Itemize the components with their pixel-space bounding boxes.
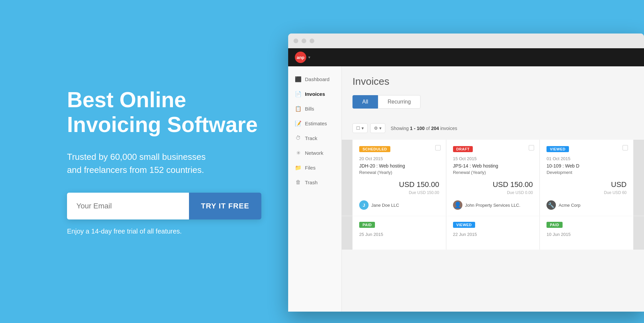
- app-body: ⬛ Dashboard 📄 Invoices 📋 Bills 📝 Estimat…: [288, 66, 644, 312]
- track-icon: ⏱: [295, 135, 302, 141]
- sidebar-label-bills: Bills: [305, 106, 314, 112]
- app-window: anp ▾ ⬛ Dashboard 📄 Invoices 📋 Bills: [288, 34, 644, 312]
- invoice-card-4[interactable]: PAID 25 Jun 2015: [352, 216, 446, 250]
- invoice-desc-3: Development: [546, 170, 627, 175]
- files-icon: 📁: [295, 164, 302, 171]
- gear-chevron-icon: ▾: [379, 126, 382, 131]
- showing-count: 204: [431, 126, 439, 131]
- toolbar: ☐ ▾ ⚙ ▾ Showing 1 - 100 of 204 invoices: [342, 123, 644, 133]
- sidebar-item-estimates[interactable]: 📝 Estimates: [288, 116, 341, 131]
- sidebar-item-trash[interactable]: 🗑 Trash: [288, 175, 341, 190]
- hero-title: Best OnlineInvoicing Software: [67, 88, 288, 137]
- dashboard-icon: ⬛: [295, 76, 302, 82]
- sidebar-item-network[interactable]: ✳ Network: [288, 145, 341, 160]
- invoice-card-3[interactable]: VIEWED 01 Oct 2015 10-109 : Web D Develo…: [540, 140, 633, 216]
- invoice-date-4: 25 Jun 2015: [359, 232, 439, 237]
- invoice-ref-3: 10-109 : Web D: [546, 163, 627, 169]
- sidebar-label-track: Track: [305, 135, 317, 141]
- checkbox-dropdown[interactable]: ☐ ▾: [352, 123, 368, 133]
- app-logo[interactable]: anp: [295, 52, 306, 63]
- trash-icon: 🗑: [295, 179, 302, 186]
- sidebar-label-files: Files: [305, 165, 316, 171]
- status-badge-5: VIEWED: [453, 222, 475, 228]
- invoice-ref-2: JPS-14 : Web hosting: [453, 163, 533, 169]
- invoice-date-2: 15 Oct 2015: [453, 156, 533, 161]
- status-badge-4: PAID: [359, 222, 375, 228]
- showing-range: 1 - 100: [410, 126, 425, 131]
- invoice-amount-3: USD: [546, 180, 627, 189]
- sidebar-label-invoices: Invoices: [305, 91, 325, 97]
- bills-icon: 📋: [295, 105, 302, 112]
- invoice-grid-row1: SCHEDULED 20 Oct 2015 JDH-20 : Web hosti…: [342, 140, 644, 216]
- sidebar-label-network: Network: [305, 150, 323, 156]
- dropdown-arrow-icon[interactable]: ▾: [308, 55, 310, 60]
- invoice-client-2: 👤 John Property Services LLC.: [453, 200, 533, 210]
- invoice-client-1: J Jane Doe LLC: [359, 200, 439, 210]
- email-input[interactable]: [67, 193, 189, 219]
- invoice-card-6[interactable]: PAID 10 Jun 2015: [540, 216, 633, 250]
- sidebar-item-files[interactable]: 📁 Files: [288, 160, 341, 175]
- tab-recurring[interactable]: Recurring: [378, 95, 421, 109]
- filter-tabs: All Recurring: [352, 95, 633, 109]
- status-badge-2: DRAFT: [453, 146, 473, 152]
- client-name-3: Acme Corp: [559, 203, 580, 208]
- page-title: Invoices: [352, 76, 633, 87]
- client-avatar-2: 👤: [453, 200, 462, 210]
- invoice-grid-row2: PAID 25 Jun 2015 VIEWED 22 Jun 2015 PAID…: [342, 216, 644, 250]
- invoice-date-3: 01 Oct 2015: [546, 156, 627, 161]
- try-free-button[interactable]: TRY IT FREE: [189, 193, 261, 219]
- invoice-due-1: Due USD 150.00: [359, 190, 439, 195]
- client-avatar-1: J: [359, 200, 369, 210]
- invoice-client-3: 🔧 Acme Corp: [546, 200, 627, 210]
- client-name-2: John Property Services LLC.: [465, 203, 520, 208]
- showing-info: Showing 1 - 100 of 204 invoices: [391, 126, 457, 131]
- estimates-icon: 📝: [295, 120, 302, 127]
- network-icon: ✳: [295, 149, 302, 156]
- sidebar-item-dashboard[interactable]: ⬛ Dashboard: [288, 72, 341, 86]
- trial-note: Enjoy a 14-day free trial of all feature…: [67, 228, 288, 235]
- window-dot-red: [294, 39, 298, 43]
- sidebar: ⬛ Dashboard 📄 Invoices 📋 Bills 📝 Estimat…: [288, 66, 342, 312]
- invoice-amount-1: USD 150.00: [359, 180, 439, 189]
- sidebar-item-bills[interactable]: 📋 Bills: [288, 101, 341, 116]
- sidebar-label-estimates: Estimates: [305, 121, 327, 126]
- page-header: Invoices All Recurring: [342, 66, 644, 123]
- client-name-1: Jane Doe LLC: [371, 203, 399, 208]
- app-logo-text: anp: [297, 55, 304, 60]
- sidebar-label-dashboard: Dashboard: [305, 76, 329, 82]
- status-badge-3: VIEWED: [546, 146, 569, 152]
- client-avatar-3: 🔧: [546, 200, 556, 210]
- invoice-date-6: 10 Jun 2015: [546, 232, 627, 237]
- invoice-date-1: 20 Oct 2015: [359, 156, 439, 161]
- checkbox-icon: ☐: [356, 126, 360, 131]
- status-badge-6: PAID: [546, 222, 562, 228]
- hero-subtitle: Trusted by 60,000 small businessesand fr…: [67, 150, 288, 177]
- window-dot-green: [310, 39, 314, 43]
- app-header: anp ▾: [288, 48, 644, 66]
- email-form: TRY IT FREE: [67, 193, 261, 219]
- card-checkbox-3[interactable]: [623, 145, 628, 150]
- invoice-card-5[interactable]: VIEWED 22 Jun 2015: [446, 216, 540, 250]
- window-dot-yellow: [302, 39, 306, 43]
- right-panel: anp ▾ ⬛ Dashboard 📄 Invoices 📋 Bills: [288, 0, 644, 323]
- status-badge-1: SCHEDULED: [359, 146, 390, 152]
- invoice-ref-1: JDH-20 : Web hosting: [359, 163, 439, 169]
- main-content: Invoices All Recurring ☐ ▾ ⚙ ▾: [342, 66, 644, 312]
- sidebar-item-track[interactable]: ⏱ Track: [288, 131, 341, 145]
- invoice-due-2: Due USD 0.00: [453, 190, 533, 195]
- invoice-desc-2: Renewal (Yearly): [453, 170, 533, 175]
- invoice-due-3: Due USD 60: [546, 190, 627, 195]
- card-checkbox-2[interactable]: [529, 145, 534, 150]
- sidebar-item-invoices[interactable]: 📄 Invoices: [288, 86, 341, 101]
- invoices-icon: 📄: [295, 90, 302, 97]
- left-panel: Best OnlineInvoicing Software Trusted by…: [0, 0, 288, 323]
- tab-all[interactable]: All: [352, 95, 378, 109]
- settings-dropdown[interactable]: ⚙ ▾: [370, 123, 385, 133]
- invoice-card-2[interactable]: DRAFT 15 Oct 2015 JPS-14 : Web hosting R…: [446, 140, 540, 216]
- sidebar-label-trash: Trash: [305, 180, 318, 185]
- window-chrome: [288, 34, 644, 48]
- invoice-card-1[interactable]: SCHEDULED 20 Oct 2015 JDH-20 : Web hosti…: [352, 140, 446, 216]
- card-checkbox-1[interactable]: [435, 145, 441, 150]
- invoice-date-5: 22 Jun 2015: [453, 232, 533, 237]
- invoice-amount-2: USD 150.00: [453, 180, 533, 189]
